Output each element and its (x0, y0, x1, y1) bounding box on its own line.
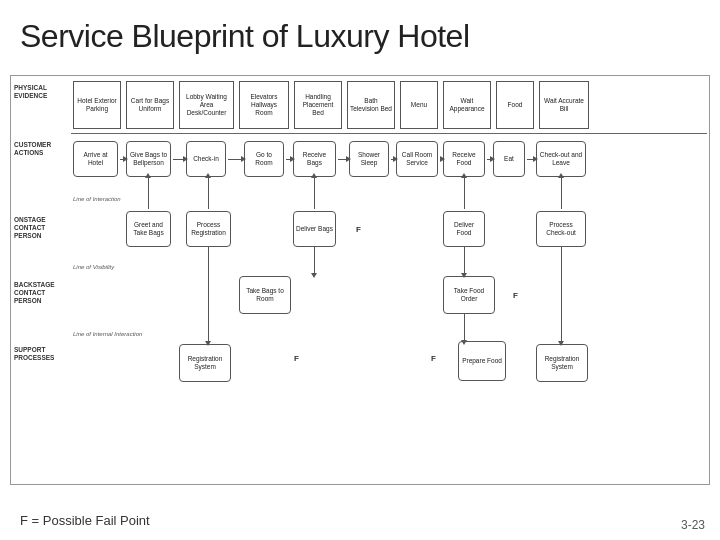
ca-arrive: Arrive at Hotel (73, 141, 118, 177)
pe-food: Food (496, 81, 534, 129)
sp-reg-right: Registration System (536, 344, 588, 382)
line-internal-label: Line of Internal Interaction (73, 331, 142, 337)
arrow-sp-checkout-v (561, 247, 562, 342)
pe-handling: Handling Placement Bed (294, 81, 342, 129)
pe-lobby: Lobby Waiting Area Desk/Counter (179, 81, 234, 129)
bc-take-food: Take Food Order (443, 276, 495, 314)
f-take-food: F (513, 291, 518, 300)
pe-cart-bags: Cart for Bags Uniform (126, 81, 174, 129)
divider-1 (71, 133, 707, 134)
pe-hotel-exterior: Hotel Exterior Parking (73, 81, 121, 129)
arrow-ca-5 (338, 159, 347, 160)
ca-eat: Eat (493, 141, 525, 177)
page-title: Service Blueprint of Luxury Hotel (0, 0, 720, 65)
page-number: 3-23 (681, 518, 705, 532)
oc-deliver-bags: Deliver Bags (293, 211, 336, 247)
oc-process-reg: Process Registration (186, 211, 231, 247)
line-interaction-label: Line of Interaction (73, 196, 121, 202)
oc-deliver-food: Deliver Food (443, 211, 485, 247)
bc-take-bags: Take Bags to Room (239, 276, 291, 314)
label-customer-actions: CUSTOMER ACTIONS (14, 141, 69, 157)
line-of-visibility (71, 269, 707, 270)
oc-greet: Greet and Take Bags (126, 211, 171, 247)
label-physical-evidence: PHYSICAL EVIDENCE (14, 84, 69, 100)
sp-reg-left: Registration System (179, 344, 231, 382)
pe-menu: Menu (400, 81, 438, 129)
ca-give-bags: Give Bags to Bellperson (126, 141, 171, 177)
ca-receive-food: Receive Food (443, 141, 485, 177)
arrow-ca-4 (286, 159, 291, 160)
footer-fail-point: F = Possible Fail Point (20, 513, 150, 528)
arrow-ca-8 (487, 159, 491, 160)
arrow-ca-7 (440, 159, 441, 160)
line-of-internal (71, 336, 707, 337)
arrow-ca-6 (391, 159, 394, 160)
pe-wait-bill: Wait Accurate Bill (539, 81, 589, 129)
arrow-ca-2 (173, 159, 184, 160)
ca-checkin: Check-in (186, 141, 226, 177)
f-support-1: F (294, 354, 299, 363)
ca-go-room: Go to Room (244, 141, 284, 177)
label-backstage: BACKSTAGE CONTACT PERSON (14, 281, 69, 304)
oc-process-checkout: Process Check-out (536, 211, 586, 247)
arrow-sp-reg-v (208, 247, 209, 342)
arrow-oc-checkout-v (561, 177, 562, 209)
sp-prepare-food: Prepare Food (458, 341, 506, 381)
label-onstage: ONSTAGE CONTACT PERSON (14, 216, 69, 239)
f-support-2: F (431, 354, 436, 363)
ca-call: Call Room Service (396, 141, 438, 177)
line-visibility-label: Line of Visibility (73, 264, 114, 270)
f-deliver-bags: F (356, 225, 361, 234)
line-of-interaction (71, 201, 707, 202)
arrow-bc-food-v (464, 247, 465, 274)
diagram-container: PHYSICAL EVIDENCE CUSTOMER ACTIONS ONSTA… (10, 75, 710, 485)
arrow-oc-reg-v (208, 177, 209, 209)
arrow-sp-food-v (464, 314, 465, 341)
arrow-ca-1 (120, 159, 124, 160)
ca-shower: Shower Sleep (349, 141, 389, 177)
arrow-oc-bags-v (314, 177, 315, 209)
arrow-oc-greet-v (148, 177, 149, 209)
ca-checkout: Check-out and Leave (536, 141, 586, 177)
arrow-bc-bags-v (314, 247, 315, 274)
pe-bath: Bath Television Bed (347, 81, 395, 129)
pe-elevators: Elevators Hallways Room (239, 81, 289, 129)
arrow-oc-food-v (464, 177, 465, 209)
arrow-ca-3 (228, 159, 242, 160)
pe-wait-appearance: Wait Appearance (443, 81, 491, 129)
label-support: SUPPORT PROCESSES (14, 346, 69, 362)
arrow-ca-9 (527, 159, 534, 160)
ca-receive-bags: Receive Bags (293, 141, 336, 177)
